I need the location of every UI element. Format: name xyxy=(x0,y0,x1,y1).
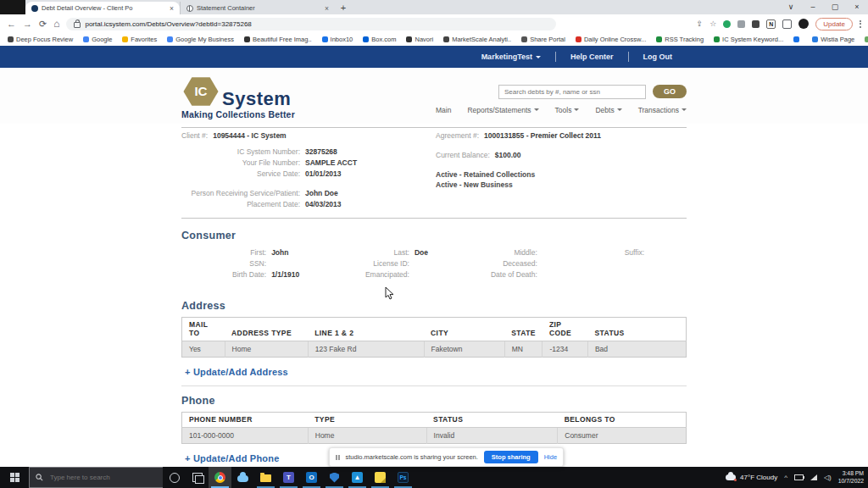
windows-logo-icon xyxy=(10,473,19,482)
browser-menu-icon[interactable] xyxy=(860,20,861,28)
maximize-button[interactable]: ▢ xyxy=(824,0,846,14)
nav-tools[interactable]: Tools xyxy=(555,106,580,114)
sidebar-icon[interactable] xyxy=(782,19,792,29)
bookmark-item[interactable]: RSS Tracking xyxy=(656,36,704,43)
status-badge: Active - New Business xyxy=(436,180,687,190)
extensions-puzzle-icon[interactable] xyxy=(752,20,760,28)
stop-sharing-button[interactable]: Stop sharing xyxy=(484,451,538,463)
table-row[interactable]: 101-000-0000 Home Invalid Consumer xyxy=(182,428,687,444)
agreement-value: 1000131855 - Premier Collect 2011 xyxy=(484,130,601,141)
taskbar-clock[interactable]: 3:48 PM 10/7/2022 xyxy=(838,470,864,485)
file-explorer-icon[interactable] xyxy=(254,467,277,488)
grammarly-extension-icon[interactable] xyxy=(723,20,731,28)
bookmark-item[interactable] xyxy=(793,36,802,42)
refresh-icon[interactable]: ⟳ xyxy=(39,19,47,29)
cortana-icon[interactable] xyxy=(163,467,186,488)
bookmark-star-icon[interactable]: ☆ xyxy=(709,19,716,28)
bookmark-item[interactable]: Google xyxy=(83,36,112,43)
taskbar-search-input[interactable] xyxy=(48,473,153,482)
weather-text: 47°F Cloudy xyxy=(740,474,777,481)
cloud-app-icon[interactable] xyxy=(231,467,254,488)
taskbar-search[interactable] xyxy=(29,467,163,488)
url-text: portal.icsystem.com/Debts/Overview?debtI… xyxy=(85,20,251,28)
pause-icon xyxy=(336,455,340,460)
page-content: Client #:10954444 - IC System IC System … xyxy=(0,124,868,467)
forward-icon[interactable]: → xyxy=(23,19,32,29)
bookmark-item[interactable]: Box.com xyxy=(363,36,396,43)
system-tray: 47°F Cloudy ^ ◁) 3:48 PM 10/7/2022 xyxy=(726,470,868,485)
volume-icon[interactable]: ◁) xyxy=(824,474,832,481)
bookmark-favicon xyxy=(714,36,720,42)
teams-icon[interactable]: T xyxy=(277,467,300,488)
bookmark-label: Deep Focus Review xyxy=(16,36,73,43)
bookmark-item[interactable]: Deep Focus Review xyxy=(8,36,73,43)
bookmark-favicon xyxy=(8,36,14,42)
photos-icon[interactable]: ▲ xyxy=(346,467,369,488)
hide-banner-link[interactable]: Hide xyxy=(544,453,557,461)
bookmark-label: Beautiful Free Imag.. xyxy=(253,36,312,43)
browser-address-bar: ← → ⟳ ⌂ portal.icsystem.com/Debts/Overvi… xyxy=(0,14,868,33)
cloud-icon xyxy=(726,474,736,480)
patient-value: John Doe xyxy=(305,188,338,199)
outlook-icon[interactable]: O xyxy=(300,467,323,488)
back-icon[interactable]: ← xyxy=(7,19,16,29)
bookmark-item[interactable]: MarketScale Analyti.. xyxy=(443,36,511,43)
nav-main[interactable]: Main xyxy=(436,106,451,114)
address-bar-icons: ⇪ ☆ N Update xyxy=(697,18,861,30)
bookmark-favicon xyxy=(322,36,328,42)
reading-list-extension-icon[interactable] xyxy=(737,20,745,28)
share-icon[interactable]: ⇪ xyxy=(697,19,704,28)
bookmark-item[interactable]: Navori xyxy=(406,36,433,43)
bookmark-item[interactable]: Wordle xyxy=(865,36,868,43)
account-menu[interactable]: MarketingTest xyxy=(467,53,555,61)
task-view-icon[interactable] xyxy=(186,467,209,488)
sticky-notes-icon[interactable] xyxy=(369,467,392,488)
bookmark-label: Inbox10 xyxy=(331,36,353,43)
search-go-button[interactable]: GO xyxy=(653,85,687,98)
weather-widget[interactable]: 47°F Cloudy xyxy=(726,474,777,481)
client-number-value: 10954444 - IC System xyxy=(213,130,286,141)
log-out-link[interactable]: Log Out xyxy=(629,53,687,61)
tab-debt-detail-overview[interactable]: Debt Detail Overview - Client Po × xyxy=(25,2,180,14)
profile-avatar[interactable] xyxy=(798,19,809,29)
tab-close-icon[interactable]: × xyxy=(170,4,174,13)
chevron-down-icon xyxy=(534,108,539,111)
consumer-section-title: Consumer xyxy=(181,230,687,241)
chrome-update-button[interactable]: Update xyxy=(815,18,853,30)
bookmark-item[interactable]: Favorites xyxy=(122,36,157,43)
table-row[interactable]: Yes Home 123 Fake Rd Faketown MN -1234 B… xyxy=(182,341,687,358)
bookmark-item[interactable]: Wistia Page xyxy=(812,36,854,43)
debt-search-input[interactable] xyxy=(498,85,646,99)
notion-extension-icon[interactable]: N xyxy=(766,19,776,29)
update-add-address-link[interactable]: + Update/Add Address xyxy=(185,367,687,377)
bookmark-item[interactable]: Daily Online Crossw... xyxy=(576,36,646,43)
nav-reports-statements[interactable]: Reports/Statements xyxy=(467,106,538,114)
bookmark-item[interactable]: Google My Business xyxy=(167,36,234,43)
url-omnibox[interactable]: portal.icsystem.com/Debts/Overview?debtI… xyxy=(66,18,556,30)
nav-transactions[interactable]: Transactions xyxy=(638,106,687,114)
bookmark-label: IC System Keyword... xyxy=(722,36,783,43)
bookmark-favicon xyxy=(812,36,818,42)
battery-icon[interactable] xyxy=(794,474,804,480)
nav-debts[interactable]: Debts xyxy=(595,106,621,114)
help-center-link[interactable]: Help Center xyxy=(556,53,628,61)
bookmark-item[interactable]: Share Portal xyxy=(521,36,565,43)
start-button[interactable] xyxy=(0,467,29,488)
chrome-taskbar-icon[interactable] xyxy=(209,467,231,488)
bookmark-item[interactable]: IC System Keyword... xyxy=(714,36,783,43)
bookmark-item[interactable]: Beautiful Free Imag.. xyxy=(244,36,312,43)
home-icon[interactable]: ⌂ xyxy=(53,19,59,29)
tab-statement-container[interactable]: Statement Container × xyxy=(180,2,335,14)
bookmark-item[interactable]: Inbox10 xyxy=(322,36,353,43)
close-button[interactable]: × xyxy=(846,0,868,14)
phone-table-header: PHONE NUMBER TYPE STATUS BELONGS TO xyxy=(182,413,687,428)
chrome-chevron-icon[interactable]: ∨ xyxy=(780,0,802,14)
network-icon[interactable] xyxy=(810,474,817,480)
tab-close-icon[interactable]: × xyxy=(325,4,329,13)
tray-expand-icon[interactable]: ^ xyxy=(784,474,787,481)
new-tab-button[interactable]: + xyxy=(335,3,352,14)
photoshop-icon[interactable]: Ps xyxy=(392,467,415,488)
minimize-button[interactable]: – xyxy=(802,0,824,14)
ic-system-logo[interactable]: IC System Making Collections Better xyxy=(181,72,295,119)
windows-security-icon[interactable] xyxy=(323,467,346,488)
